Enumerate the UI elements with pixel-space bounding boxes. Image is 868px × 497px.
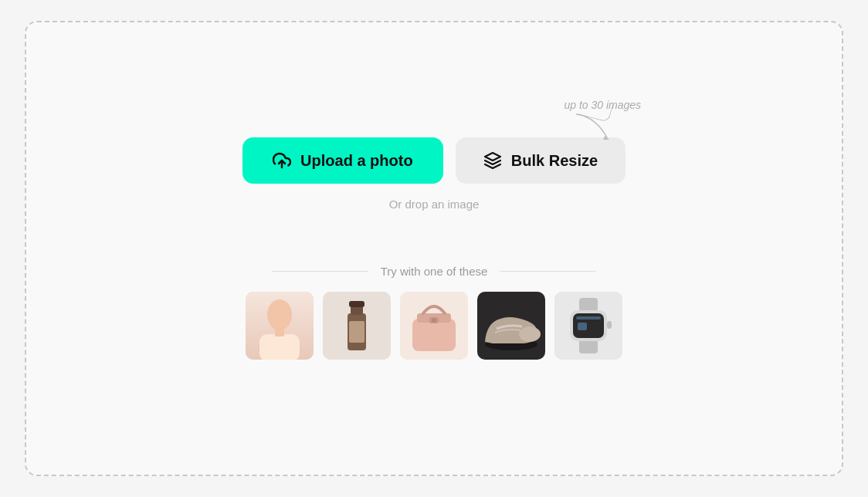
svg-rect-12 [349, 301, 364, 307]
sample-image-person[interactable] [246, 292, 314, 360]
svg-rect-8 [275, 327, 284, 336]
divider-row: Try with one of these [272, 265, 596, 278]
svg-rect-28 [578, 323, 587, 330]
svg-rect-13 [349, 321, 364, 343]
divider-text: Try with one of these [381, 265, 488, 278]
layers-icon [483, 151, 502, 170]
sample-image-shoe[interactable] [477, 292, 545, 360]
svg-point-6 [267, 299, 292, 330]
svg-rect-7 [259, 334, 300, 360]
sample-images-row [246, 292, 622, 360]
sample-image-watch[interactable] [554, 292, 622, 360]
svg-rect-29 [607, 321, 612, 329]
sample-image-bottle[interactable] [323, 292, 391, 360]
svg-rect-15 [412, 319, 456, 351]
divider-left [272, 271, 368, 272]
upload-icon [273, 151, 291, 170]
sample-image-bag[interactable] [400, 292, 468, 360]
svg-rect-23 [579, 298, 598, 312]
drop-zone[interactable]: up to 30 images Upload a photo Bulk Resi… [25, 21, 843, 476]
svg-marker-2 [485, 153, 500, 161]
divider-right [500, 271, 596, 272]
svg-rect-27 [576, 316, 601, 320]
tooltip-bubble: up to 30 images [565, 99, 642, 111]
buttons-row: up to 30 images Upload a photo Bulk Resi… [242, 137, 626, 184]
upload-photo-button[interactable]: Upload a photo [242, 137, 443, 184]
svg-point-21 [519, 326, 541, 342]
svg-rect-24 [579, 340, 598, 353]
drop-hint: Or drop an image [389, 198, 480, 211]
bulk-resize-button[interactable]: Bulk Resize [456, 137, 626, 184]
svg-point-18 [432, 318, 436, 323]
